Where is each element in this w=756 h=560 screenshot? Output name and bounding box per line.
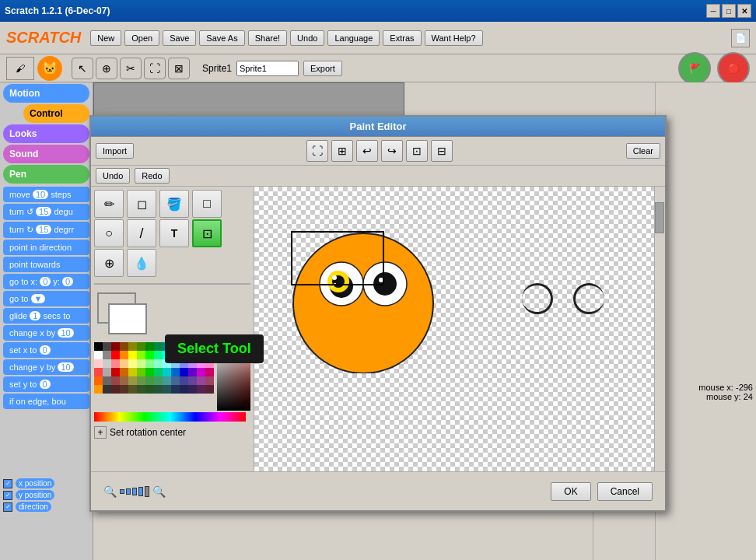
color-cell[interactable] — [154, 351, 163, 359]
text-tool[interactable]: T — [159, 219, 189, 247]
color-cell[interactable] — [180, 368, 188, 376]
background-swatch[interactable] — [108, 303, 147, 334]
color-cell[interactable] — [94, 368, 103, 376]
color-cell[interactable] — [171, 385, 180, 394]
color-cell[interactable] — [128, 342, 137, 351]
color-cell[interactable] — [120, 359, 128, 368]
color-cell[interactable] — [188, 351, 197, 359]
color-cell[interactable] — [145, 376, 154, 385]
color-cell[interactable] — [205, 351, 214, 359]
block-goto-xy[interactable]: go to x: 0 y: 0 — [3, 274, 89, 289]
save-as-button[interactable]: Save As — [199, 30, 244, 46]
fit-screen-icon[interactable]: ⛶ — [306, 140, 328, 162]
color-cell[interactable] — [197, 385, 205, 394]
color-cell[interactable] — [171, 359, 180, 368]
color-cell[interactable] — [180, 359, 188, 368]
paint-canvas-area[interactable]: ↗ — [254, 187, 665, 510]
color-cell[interactable] — [137, 351, 145, 359]
hue-slider[interactable] — [94, 412, 246, 422]
block-turn-right[interactable]: turn ↻ 15 degrr — [3, 222, 89, 238]
color-cell[interactable] — [103, 376, 111, 385]
arrow-icon[interactable]: ↖ — [72, 58, 93, 79]
color-cell[interactable] — [103, 359, 111, 368]
eraser-tool[interactable]: ◻ — [127, 190, 156, 218]
color-cell[interactable] — [111, 359, 120, 368]
color-cell[interactable] — [205, 342, 214, 351]
color-cell[interactable] — [171, 368, 180, 376]
color-cell[interactable] — [128, 376, 137, 385]
color-cell[interactable] — [145, 385, 154, 394]
color-cell[interactable] — [111, 385, 120, 394]
flip-h-icon[interactable]: ⊞ — [331, 140, 353, 162]
color-cell[interactable] — [128, 359, 137, 368]
color-cell[interactable] — [180, 342, 188, 351]
open-button[interactable]: Open — [124, 30, 159, 46]
eyedropper-tool[interactable]: 💧 — [127, 249, 156, 277]
color-cell[interactable] — [163, 359, 171, 368]
color-cell[interactable] — [188, 342, 197, 351]
stamp-tool[interactable]: ⊕ — [94, 249, 124, 277]
color-cell[interactable] — [197, 342, 205, 351]
help-button[interactable]: Want Help? — [425, 30, 483, 46]
color-cell[interactable] — [103, 351, 111, 359]
color-cell[interactable] — [154, 385, 163, 394]
undo-text-button[interactable]: Undo — [96, 168, 130, 184]
block-set-x[interactable]: set x to 0 — [3, 342, 89, 358]
color-cell[interactable] — [111, 368, 120, 376]
block-point-towards[interactable]: point towards — [3, 257, 89, 272]
cancel-button[interactable]: Cancel — [597, 482, 653, 501]
color-cell[interactable] — [111, 351, 120, 359]
direction-checkbox[interactable]: ✓ — [3, 502, 12, 512]
color-cell[interactable] — [197, 368, 205, 376]
color-cell[interactable] — [197, 376, 205, 385]
color-cell[interactable] — [180, 351, 188, 359]
doc-icon[interactable]: 📄 — [731, 29, 750, 47]
import-button[interactable]: Import — [96, 143, 134, 159]
color-cell[interactable] — [103, 368, 111, 376]
color-cell[interactable] — [188, 359, 197, 368]
expand-icon[interactable]: ⛶ — [144, 58, 166, 79]
block-point-dir[interactable]: point in direction — [3, 240, 89, 255]
green-flag-button[interactable]: 🚩 — [678, 52, 711, 85]
color-cell[interactable] — [94, 359, 103, 368]
color-cell[interactable] — [205, 385, 214, 394]
zoom-out-icon[interactable]: 🔍 — [103, 485, 117, 498]
color-cell[interactable] — [163, 368, 171, 376]
sidebar-item-sound[interactable]: Sound — [3, 145, 89, 163]
color-cell[interactable] — [180, 376, 188, 385]
color-cell[interactable] — [145, 351, 154, 359]
undo-icon[interactable]: ↩ — [356, 140, 378, 162]
color-cell[interactable] — [128, 385, 137, 394]
fill-tool[interactable]: 🪣 — [159, 190, 189, 218]
block-turn-left[interactable]: turn ↺ 15 degu — [3, 204, 89, 220]
color-cell[interactable] — [205, 368, 214, 376]
stop-button[interactable]: 🔴 — [717, 52, 750, 85]
color-cell[interactable] — [137, 376, 145, 385]
maximize-button[interactable]: □ — [722, 4, 736, 18]
sidebar-item-control[interactable]: Control — [23, 104, 89, 123]
zoom-in-icon[interactable]: 🔍 — [152, 485, 166, 498]
scissors-icon[interactable]: ✂ — [120, 58, 142, 79]
paint-icon[interactable]: 🖌 — [6, 57, 34, 80]
color-cell[interactable] — [197, 351, 205, 359]
color-cell[interactable] — [120, 351, 128, 359]
color-cell[interactable] — [171, 351, 180, 359]
color-cell[interactable] — [154, 368, 163, 376]
color-gradient-picker[interactable] — [217, 342, 250, 411]
crop-icon[interactable]: ⊡ — [406, 140, 428, 162]
ok-button[interactable]: OK — [551, 482, 590, 501]
color-cell[interactable] — [111, 376, 120, 385]
color-cell[interactable] — [94, 351, 103, 359]
color-cell[interactable] — [137, 385, 145, 394]
color-cell[interactable] — [137, 359, 145, 368]
y-position-checkbox[interactable]: ✓ — [3, 491, 12, 500]
block-goto[interactable]: go to ▼ — [3, 291, 89, 306]
color-cell[interactable] — [137, 368, 145, 376]
canvas-vscroll[interactable] — [654, 187, 665, 499]
sidebar-item-looks[interactable]: Looks — [3, 124, 89, 143]
color-cell[interactable] — [94, 376, 103, 385]
redo-icon[interactable]: ↪ — [381, 140, 403, 162]
block-set-y[interactable]: set y to 0 — [3, 376, 89, 392]
color-cell[interactable] — [154, 359, 163, 368]
close-button[interactable]: ✕ — [737, 4, 751, 18]
